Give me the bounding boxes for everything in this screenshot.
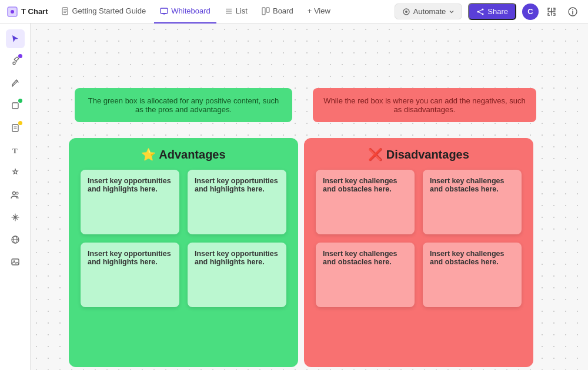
- avatar-initial: C: [527, 7, 533, 16]
- sidebar-icon-sparkle[interactable]: [6, 208, 25, 227]
- disadvantage-note-2[interactable]: Insert key challenges and obstacles here…: [423, 170, 522, 234]
- svg-point-23: [572, 9, 573, 10]
- svg-line-20: [478, 12, 483, 14]
- advantage-note-3-text: Insert key opportunities and highlights …: [88, 250, 171, 266]
- sidebar-icon-pen[interactable]: [6, 74, 25, 93]
- advantages-box: ⭐ Advantages Insert key opportunities an…: [69, 138, 298, 367]
- advantage-note-2-text: Insert key opportunities and highlights …: [195, 177, 278, 193]
- tab-view[interactable]: + View: [302, 0, 336, 23]
- svg-rect-6: [161, 8, 168, 14]
- desc-card-green: The green box is allocated for any posit…: [75, 88, 292, 122]
- sidebar-icon-globe[interactable]: [6, 230, 25, 249]
- svg-point-30: [16, 192, 18, 194]
- canvas[interactable]: The green box is allocated for any posit…: [31, 23, 588, 370]
- advantage-note-2[interactable]: Insert key opportunities and highlights …: [188, 170, 286, 234]
- sidebar-icon-text[interactable]: T: [6, 141, 25, 160]
- file-icon: [61, 7, 69, 15]
- tab-whiteboard-label: Whiteboard: [171, 6, 210, 15]
- sidebar-icon-image[interactable]: [6, 253, 25, 271]
- svg-point-15: [405, 11, 407, 13]
- share-button[interactable]: Share: [468, 3, 516, 20]
- disadvantage-note-3[interactable]: Insert key challenges and obstacles here…: [316, 243, 415, 307]
- disadvantages-notes-grid: Insert key challenges and obstacles here…: [313, 170, 524, 307]
- sidebar-dot-shape: [18, 99, 22, 103]
- svg-point-29: [12, 192, 15, 195]
- main-area: T The green box is allocated for any pos…: [0, 23, 588, 370]
- app-logo: T Chart: [7, 6, 48, 17]
- desc-green-text: The green box is allocated for any posit…: [88, 96, 279, 114]
- tab-getting-started-label: Getting Started Guide: [72, 6, 146, 15]
- tab-board[interactable]: Board: [256, 0, 299, 23]
- advantage-note-4[interactable]: Insert key opportunities and highlights …: [188, 243, 286, 307]
- board-icon: [262, 7, 270, 15]
- advantages-notes-grid: Insert key opportunities and highlights …: [78, 170, 289, 307]
- tab-view-label: + View: [308, 6, 330, 15]
- sidebar-icon-paint[interactable]: [6, 52, 25, 70]
- svg-text:T: T: [12, 146, 18, 155]
- svg-point-1: [11, 10, 14, 14]
- info-icon[interactable]: [564, 4, 581, 20]
- tab-list[interactable]: List: [219, 0, 253, 23]
- disadvantage-note-1[interactable]: Insert key challenges and obstacles here…: [316, 170, 415, 234]
- svg-rect-25: [12, 125, 18, 132]
- sidebar-dot-paint: [18, 54, 22, 58]
- chevron-down-icon: [449, 9, 455, 15]
- sidebar-icon-magic[interactable]: [6, 163, 25, 182]
- advantage-note-4-text: Insert key opportunities and highlights …: [195, 250, 278, 266]
- automate-label: Automate: [413, 7, 446, 16]
- sidebar: T: [0, 23, 31, 370]
- topbar: T Chart Getting Started Guide Whiteboard…: [0, 0, 588, 23]
- svg-rect-13: [266, 8, 269, 12]
- expand-icon[interactable]: [543, 4, 560, 20]
- sidebar-dot-note: [18, 121, 22, 125]
- list-icon: [225, 7, 233, 15]
- svg-rect-34: [12, 259, 19, 265]
- logo-text: T Chart: [21, 7, 48, 16]
- svg-rect-24: [12, 103, 18, 109]
- svg-line-19: [478, 9, 483, 12]
- tab-board-label: Board: [273, 6, 293, 15]
- disadvantage-note-3-text: Insert key challenges and obstacles here…: [323, 250, 397, 266]
- sidebar-icon-people[interactable]: [6, 186, 25, 204]
- tab-whiteboard[interactable]: Whiteboard: [154, 0, 216, 23]
- logo-icon: [7, 6, 18, 17]
- share-label: Share: [487, 7, 508, 16]
- advantage-note-3[interactable]: Insert key opportunities and highlights …: [81, 243, 179, 307]
- disadvantages-title: ❌ Disadvantages: [313, 147, 524, 162]
- whiteboard-icon: [160, 7, 168, 15]
- sidebar-icon-shape[interactable]: [6, 96, 25, 115]
- desc-card-red: While the red box is where you can add t…: [313, 88, 536, 122]
- svg-rect-12: [262, 8, 265, 15]
- tab-getting-started[interactable]: Getting Started Guide: [55, 0, 152, 23]
- advantage-note-1[interactable]: Insert key opportunities and highlights …: [81, 170, 179, 234]
- avatar[interactable]: C: [522, 4, 539, 20]
- desc-red-text: While the red box is where you can add t…: [323, 96, 525, 114]
- tab-list-label: List: [236, 6, 248, 15]
- share-icon: [476, 8, 485, 16]
- advantages-title: ⭐ Advantages: [78, 147, 289, 162]
- disadvantage-note-1-text: Insert key challenges and obstacles here…: [323, 177, 397, 193]
- automate-button[interactable]: Automate: [395, 4, 463, 19]
- sidebar-icon-note[interactable]: [6, 119, 25, 137]
- automate-icon: [402, 8, 410, 16]
- advantage-note-1-text: Insert key opportunities and highlights …: [88, 177, 171, 193]
- disadvantage-note-4-text: Insert key challenges and obstacles here…: [430, 250, 504, 266]
- disadvantages-box: ❌ Disadvantages Insert key challenges an…: [304, 138, 533, 367]
- disadvantage-note-4[interactable]: Insert key challenges and obstacles here…: [423, 243, 522, 307]
- disadvantage-note-2-text: Insert key challenges and obstacles here…: [430, 177, 504, 193]
- sidebar-icon-cursor[interactable]: [6, 29, 25, 48]
